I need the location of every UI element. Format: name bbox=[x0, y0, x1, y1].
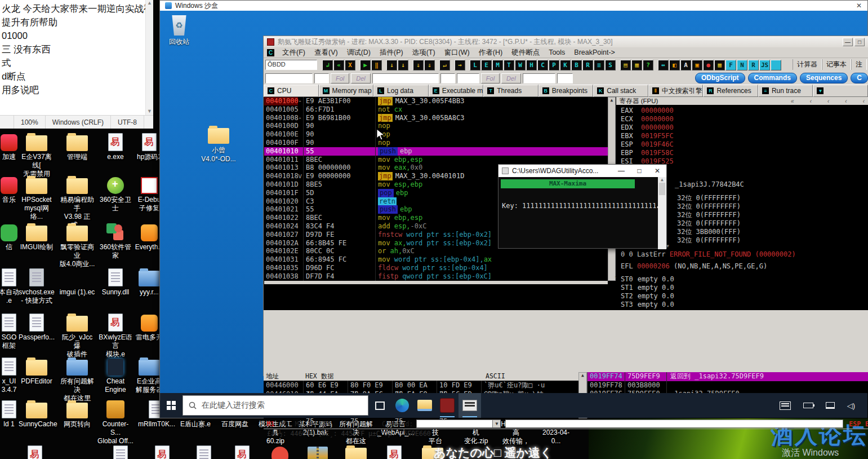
toolbar-button[interactable]: ◧ bbox=[669, 60, 680, 70]
disasm-row[interactable]: 00401010 55 push ebp bbox=[264, 147, 608, 156]
disasm-row[interactable]: 0040100E 90 nop bbox=[264, 130, 608, 139]
fol-button[interactable]: Fol bbox=[331, 73, 349, 83]
notepad-text[interactable]: 火龙 今天给大家带来一期逆向实战视频 提升有所帮助 01000 三 没有东西 式… bbox=[0, 0, 153, 96]
toolbar-button[interactable]: JS bbox=[759, 60, 770, 70]
toolbar-button[interactable]: « bbox=[333, 60, 344, 70]
desktop-icon[interactable] bbox=[338, 443, 374, 459]
toolbar-button[interactable]: L bbox=[470, 60, 480, 70]
calculator-button[interactable]: 计算器 bbox=[793, 59, 822, 70]
ebp-label-partial[interactable]: E bbox=[865, 420, 868, 428]
menu-item[interactable]: 调试(D) bbox=[342, 48, 375, 58]
toolbar-button[interactable]: ▤ bbox=[620, 60, 631, 70]
fol-button[interactable]: Fol bbox=[481, 73, 500, 83]
memory-tab[interactable]: M1 bbox=[264, 420, 278, 428]
tab[interactable]: K Call stack bbox=[593, 85, 648, 97]
desktop-icon[interactable]: 360安全卫士 bbox=[97, 174, 133, 213]
field-input[interactable] bbox=[265, 73, 313, 83]
menu-item[interactable]: 选项(T) bbox=[408, 48, 440, 58]
toolbar-button[interactable]: ⇓ bbox=[413, 60, 424, 70]
battery-icon[interactable] bbox=[803, 403, 813, 408]
desktop-icon[interactable]: Passperfo... bbox=[19, 311, 55, 342]
toolbar-button[interactable]: S bbox=[605, 60, 616, 70]
edge-button[interactable] bbox=[391, 393, 413, 418]
toolbar-button[interactable]: ▦ bbox=[631, 60, 642, 70]
desktop-icon[interactable] bbox=[224, 443, 260, 459]
menu-item[interactable]: BreakPoint-> bbox=[569, 48, 620, 56]
register-row[interactable]: EAX 00000000 bbox=[616, 107, 868, 115]
close-button[interactable]: ✕ bbox=[648, 167, 666, 175]
toolbar-button[interactable]: R bbox=[582, 60, 593, 70]
esp-label[interactable]: ESP bbox=[849, 420, 865, 428]
disasm-row[interactable]: 00401011 8BEC mov ebp,esp bbox=[264, 156, 608, 164]
toolbar-button[interactable]: ↲ bbox=[322, 60, 333, 70]
toolbar-button[interactable]: ↵ bbox=[439, 60, 450, 70]
tab[interactable]: ▾ bbox=[813, 85, 868, 97]
toolbar-button[interactable]: E bbox=[481, 60, 492, 70]
stack-row[interactable]: 0019FF74 75D9FEF9 返回到 _1sapi32.75D9FEF9 bbox=[587, 372, 868, 381]
task-view-button[interactable] bbox=[368, 393, 391, 418]
desktop-icon[interactable]: imgui (1).ec bbox=[59, 266, 95, 297]
toolbar-button[interactable]: ⇓ bbox=[424, 60, 435, 70]
desktop-icon[interactable] bbox=[61, 443, 97, 459]
toolbar-button[interactable]: T bbox=[504, 60, 514, 70]
desktop-icon[interactable]: CheatEngine bbox=[97, 355, 133, 394]
disasm-row[interactable]: 00401005 66:F7D1 not cx bbox=[264, 105, 608, 114]
toolbar-button[interactable]: R bbox=[748, 60, 759, 70]
file-explorer-button[interactable] bbox=[413, 393, 436, 418]
register-row[interactable]: EDX 00000000 bbox=[616, 123, 868, 132]
register-row[interactable]: EBX 0019F5FC bbox=[616, 132, 868, 140]
console-taskbar-button[interactable] bbox=[459, 393, 481, 418]
tab[interactable]: T Threads bbox=[483, 85, 538, 97]
tab[interactable]: M Memory map bbox=[319, 85, 374, 97]
volume-icon[interactable]: ◁) bbox=[847, 401, 855, 410]
toolbar-button[interactable] bbox=[771, 60, 781, 70]
toolbar-button[interactable]: ▶ bbox=[360, 60, 371, 70]
toolbar-button[interactable]: P bbox=[549, 60, 559, 70]
sandbox-close-icon[interactable]: ✕ bbox=[856, 2, 862, 10]
del-button[interactable]: Del bbox=[501, 73, 521, 83]
toolbar-button[interactable]: H bbox=[526, 60, 537, 70]
desktop-icon[interactable] bbox=[376, 443, 412, 459]
start-button[interactable] bbox=[160, 393, 182, 418]
disasm-row[interactable]: 0040100F 90 nop bbox=[264, 139, 608, 147]
sequences-button[interactable]: Sequences bbox=[800, 73, 848, 83]
desktop-icon[interactable]: 所有问题解决都在这里 bbox=[59, 355, 95, 403]
toolbar-button[interactable]: W bbox=[515, 60, 526, 70]
maximize-button[interactable]: □ bbox=[630, 167, 648, 175]
menu-item[interactable]: 文件(F) bbox=[278, 48, 310, 58]
odbgscript-button[interactable]: ODbgScript bbox=[695, 73, 745, 83]
toolbar-button[interactable]: X bbox=[345, 60, 355, 70]
console-scrollbar[interactable]: ▲▼ bbox=[658, 177, 666, 249]
toolbar-button[interactable]: → bbox=[455, 60, 465, 70]
desktop-icon[interactable] bbox=[144, 443, 180, 459]
del-button[interactable]: Del bbox=[351, 73, 371, 83]
field-input[interactable] bbox=[314, 73, 329, 83]
toolbar-button[interactable]: F bbox=[725, 60, 736, 70]
toolbar-button[interactable]: A bbox=[680, 60, 691, 70]
field-input[interactable] bbox=[523, 73, 555, 83]
desktop-icon[interactable]: PDFEditor bbox=[19, 355, 55, 386]
toolbar-button[interactable]: ≡ bbox=[594, 60, 604, 70]
toolbar-button[interactable]: ● bbox=[703, 60, 714, 70]
desktop-icon[interactable]: 网页转向 bbox=[59, 398, 95, 429]
tab[interactable]: ‖ 中文搜索引擎 bbox=[648, 85, 704, 97]
minimize-button[interactable]: — bbox=[843, 38, 853, 46]
disasm-row[interactable]: 00401000 - E9 AE3B1F00 jmp MAX_3_30.005F… bbox=[264, 97, 608, 105]
menu-item[interactable]: Tools bbox=[544, 48, 569, 56]
memory-tab[interactable]: M2 bbox=[278, 420, 292, 428]
field-input[interactable] bbox=[457, 73, 479, 83]
memory-tab[interactable]: M5 bbox=[320, 420, 334, 428]
toolbar-button[interactable]: K bbox=[560, 60, 571, 70]
register-row[interactable]: EBP 0019F58C bbox=[616, 149, 868, 157]
toolbar-button[interactable]: ↓ bbox=[398, 60, 408, 70]
notepad-button[interactable]: 记事本 bbox=[822, 59, 851, 70]
desktop-icon[interactable]: BXwlyzE语言模块.e bbox=[97, 311, 133, 359]
commands-button[interactable]: Commands bbox=[748, 73, 797, 83]
toolbar-button[interactable]: N bbox=[737, 60, 747, 70]
desktop-icon[interactable]: HPSocketmysql网络... bbox=[19, 174, 55, 221]
hexdump-row[interactable]: 00446000 60 E6 E9 75 80 F0 E9 75 B0 00 E… bbox=[264, 381, 587, 390]
menu-item[interactable]: 作者(H) bbox=[474, 48, 507, 58]
toolbar-button[interactable]: B bbox=[571, 60, 582, 70]
recycle-bin-icon[interactable]: ♻ 回收站 bbox=[161, 15, 197, 47]
toolbar-button[interactable]: ? bbox=[643, 60, 653, 70]
